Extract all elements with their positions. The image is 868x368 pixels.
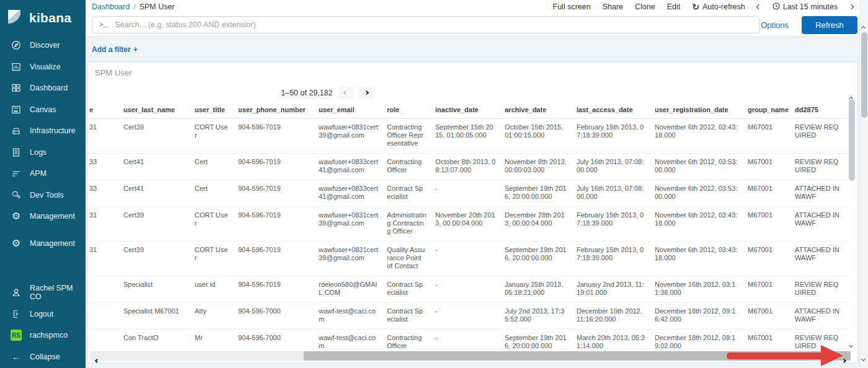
column-header-role[interactable]: role bbox=[387, 102, 435, 119]
page-scroll-down-icon[interactable] bbox=[862, 352, 865, 363]
auto-refresh-button[interactable]: ↻ Auto-refresh bbox=[692, 2, 745, 11]
refresh-button[interactable]: Refresh bbox=[802, 16, 857, 34]
page-scroll-up-icon[interactable] bbox=[862, 21, 865, 32]
column-header-user_phone_number[interactable]: user_phone_number bbox=[238, 102, 319, 119]
sidebar-item-apm[interactable]: APM bbox=[0, 163, 86, 185]
sidebar-item-dev-tools[interactable]: Dev Tools bbox=[0, 185, 86, 206]
cell-last_access_date: March 20th 2013, 05:31:14.000 bbox=[577, 330, 655, 353]
column-header-truncated[interactable]: e bbox=[87, 102, 123, 119]
sidebar-user-name: Rachel SPM CO bbox=[30, 284, 86, 301]
sidebar-item-management[interactable]: ⚙ Management bbox=[0, 206, 86, 227]
cell-user_last_name: Specialist bbox=[123, 276, 195, 303]
time-back-button[interactable] bbox=[757, 5, 761, 9]
edit-button[interactable]: Edit bbox=[667, 2, 681, 11]
column-header-group_name[interactable]: group_name bbox=[748, 102, 795, 119]
add-filter-button[interactable]: Add a filter+ bbox=[92, 45, 138, 54]
horizontal-scrollbar-thumb[interactable] bbox=[304, 351, 851, 361]
sidebar-item-collapse[interactable]: ← Collapse bbox=[0, 346, 86, 368]
sidebar-item-management-2[interactable]: ⚙ Management bbox=[0, 233, 86, 255]
sidebar-item-logs[interactable]: Logs bbox=[0, 142, 86, 164]
panel-title: SPM User bbox=[95, 68, 131, 77]
canvas-icon bbox=[11, 105, 22, 115]
spm-user-panel: SPM User 1–50 of 29,182 euser_last_nameu… bbox=[87, 62, 858, 363]
dashboard-icon bbox=[11, 83, 22, 93]
sidebar-item-canvas[interactable]: Canvas bbox=[0, 99, 86, 121]
table-header-row: euser_last_nameuser_titleuser_phone_numb… bbox=[87, 102, 848, 119]
cell-group_name: M67001 bbox=[748, 276, 795, 303]
sidebar-item-infrastructure[interactable]: Infrastructure bbox=[0, 120, 86, 142]
cell-truncated: 33 bbox=[87, 180, 123, 207]
column-header-inactive_date[interactable]: inactive_date bbox=[435, 102, 505, 119]
cell-last_access_date: January 2nd 2013, 11:19:01.000 bbox=[577, 276, 655, 303]
cell-user_phone_number: 904-596-7000 bbox=[238, 303, 319, 330]
clone-button[interactable]: Clone bbox=[635, 2, 655, 11]
logout-icon bbox=[11, 309, 22, 319]
sidebar-item-dashboard[interactable]: Dashboard bbox=[0, 77, 86, 99]
column-header-user_email[interactable]: user_email bbox=[319, 102, 387, 119]
search-placeholder: Search... (e.g. status:200 AND extensior… bbox=[115, 20, 255, 29]
column-header-user_title[interactable]: user_title bbox=[195, 102, 238, 119]
cell-user_email: wawfuser+0833cert41@gmail.com bbox=[319, 154, 387, 180]
column-header-user_registration_date[interactable]: user_registration_date bbox=[655, 102, 748, 119]
cell-user_last_name: Cert39 bbox=[123, 242, 195, 276]
breadcrumb-separator: / bbox=[133, 2, 135, 11]
next-page-button[interactable] bbox=[359, 86, 374, 99]
cell-user_last_name: Specialist M67001 bbox=[123, 303, 195, 330]
kibana-logo: kibana bbox=[0, 0, 86, 35]
sidebar-item-discover[interactable]: Discover bbox=[0, 35, 86, 56]
search-input[interactable]: >_ Search... (e.g. status:200 AND extens… bbox=[92, 16, 760, 33]
page-vertical-scrollbar[interactable] bbox=[859, 16, 868, 368]
table-row: Specialist M67001Atty904-596-7000wawf-te… bbox=[87, 303, 848, 330]
time-forward-button[interactable] bbox=[849, 5, 853, 9]
cell-dd2875: ATTACHED IN WAWF bbox=[795, 303, 848, 330]
table-vertical-scrollbar[interactable] bbox=[848, 90, 856, 351]
column-header-archive_date[interactable]: archive_date bbox=[505, 102, 577, 119]
cell-user_email: rdeleon580@GMAIL.COM bbox=[319, 276, 387, 303]
column-header-user_last_name[interactable]: user_last_name bbox=[123, 102, 195, 119]
cell-user_title: Mr bbox=[195, 330, 238, 353]
sidebar-item-label: Visualize bbox=[30, 63, 61, 71]
prev-page-button[interactable] bbox=[338, 86, 353, 99]
scroll-left-icon[interactable] bbox=[95, 354, 99, 365]
cell-last_access_date: February 15th 2013, 07:18:39.000 bbox=[577, 119, 655, 154]
sidebar-item-logout[interactable]: Logout bbox=[0, 304, 86, 325]
table-horizontal-scrollbar[interactable] bbox=[90, 351, 850, 361]
share-button[interactable]: Share bbox=[603, 2, 623, 11]
cell-role: Contract Specialist bbox=[387, 303, 435, 330]
gear-icon: ⚙ bbox=[11, 211, 22, 221]
column-header-last_access_date[interactable]: last_access_date bbox=[577, 102, 655, 119]
avatar: RS bbox=[11, 330, 22, 341]
time-range-button[interactable]: Last 15 minutes bbox=[773, 2, 838, 12]
table-pagination: 1–50 of 29,182 bbox=[281, 86, 374, 99]
cell-archive_date: September 19th 2016, 20:00:00.000 bbox=[505, 180, 577, 207]
sidebar-item-label: Discover bbox=[30, 41, 60, 50]
cell-user_registration_date: November 16th 2012, 03:11:38.000 bbox=[655, 276, 748, 303]
page-scrollbar-thumb[interactable] bbox=[861, 32, 867, 118]
pagination-range: 1–50 of 29,182 bbox=[281, 89, 332, 97]
cell-user_title: CORT User bbox=[195, 119, 238, 154]
cell-group_name: M67001 bbox=[748, 303, 795, 330]
full-screen-button[interactable]: Full screen bbox=[553, 2, 591, 11]
query-prompt-icon: >_ bbox=[99, 21, 107, 28]
scroll-down-icon[interactable] bbox=[849, 338, 852, 349]
cell-dd2875: REVIEW REQUIRED bbox=[795, 154, 848, 180]
logs-icon bbox=[11, 147, 22, 157]
cell-archive_date: January 25th 2013, 05:18:21.000 bbox=[505, 276, 577, 303]
sidebar-item-visualize[interactable]: Visualize bbox=[0, 56, 86, 78]
table-scrollbar-thumb[interactable] bbox=[849, 99, 855, 181]
sidebar-nav: Discover Visualize Dashboard Canvas Infr… bbox=[0, 35, 86, 254]
sidebar-item-user-profile[interactable]: Rachel SPM CO bbox=[0, 282, 86, 304]
table-row: 33Cert41Cert904-596-7019wawfuser+0833cer… bbox=[87, 180, 848, 207]
cell-user_email: wawfuser+0831cert39@gmail.com bbox=[319, 242, 387, 276]
table-row: 31Cert39CORT User904-596-7019wawfuser+08… bbox=[87, 242, 848, 276]
cell-role: Contracting Officer bbox=[387, 330, 435, 353]
breadcrumb-current: SPM User bbox=[140, 2, 175, 11]
sidebar-item-label: Infrastructure bbox=[30, 126, 76, 135]
sidebar-item-account[interactable]: RS rachspmco bbox=[0, 325, 86, 346]
column-header-dd2875[interactable]: dd2875 bbox=[795, 102, 848, 119]
cell-truncated bbox=[87, 276, 123, 303]
breadcrumb-dashboard-link[interactable]: Dashboard bbox=[92, 2, 130, 11]
options-link[interactable]: Options bbox=[761, 20, 789, 30]
scroll-right-icon[interactable] bbox=[843, 354, 846, 365]
dashboard-menu: Full screen Share Clone Edit ↻ Auto-refr… bbox=[553, 2, 853, 12]
